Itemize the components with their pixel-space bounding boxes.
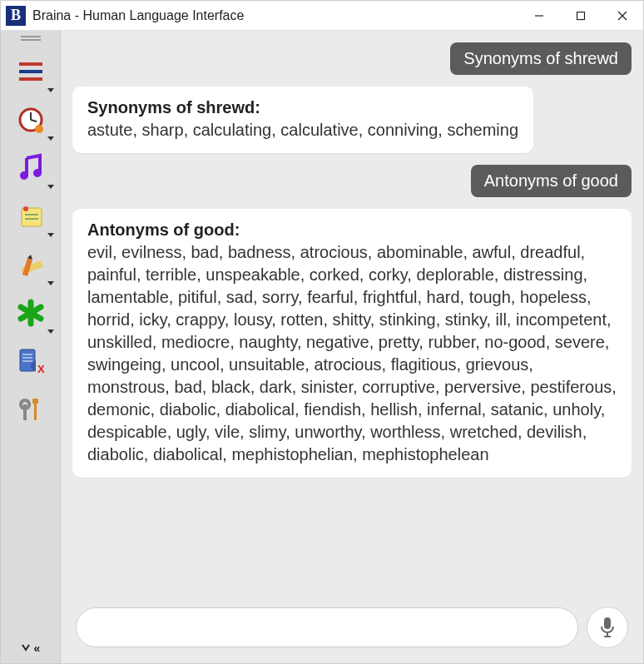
svg-rect-31	[604, 617, 611, 629]
mic-icon	[598, 616, 617, 639]
close-button[interactable]	[602, 1, 643, 31]
clock-icon	[16, 105, 46, 135]
chat-input[interactable]	[76, 607, 578, 647]
user-message: Antonyms of good	[471, 165, 632, 197]
mic-button[interactable]	[587, 607, 628, 648]
chevron-down-icon	[47, 281, 54, 285]
bot-message-heading: Synonyms of shrewd:	[87, 98, 260, 116]
pencil-ruler-icon	[16, 250, 46, 280]
chevron-down-icon	[47, 185, 54, 189]
document-mute-icon: X	[16, 346, 46, 376]
svg-point-10	[35, 125, 43, 133]
chevron-down-icon	[47, 233, 54, 237]
svg-text:X: X	[37, 363, 45, 375]
message-row: Synonyms of shrewd	[72, 42, 632, 75]
svg-rect-29	[32, 399, 38, 404]
message-row: Synonyms of shrewd: astute, sharp, calcu…	[72, 87, 632, 153]
sidebar-item-notes[interactable]	[6, 194, 56, 239]
sidebar-grip-icon	[21, 36, 41, 41]
chevron-down-icon	[47, 330, 54, 334]
svg-point-12	[33, 169, 42, 177]
chevron-down-icon	[47, 88, 54, 92]
maximize-icon	[575, 10, 587, 22]
message-row: Antonyms of good: evil, evilness, bad, b…	[72, 209, 632, 478]
titlebar: B Braina - Human Language Interface	[1, 1, 643, 31]
sidebar-item-mute[interactable]: X	[6, 339, 56, 384]
svg-rect-30	[34, 404, 37, 420]
sidebar-item-tools[interactable]	[6, 387, 56, 432]
sidebar-expand-icon[interactable]: «	[21, 642, 41, 655]
sidebar: X «	[1, 31, 61, 663]
chevron-down-icon	[47, 136, 54, 141]
sidebar-item-menu[interactable]	[6, 49, 56, 94]
hamburger-icon	[17, 60, 45, 83]
minimize-icon	[533, 10, 545, 22]
sticky-note-icon	[17, 201, 45, 231]
message-row: Antonyms of good	[72, 165, 632, 197]
app-icon: B	[6, 6, 26, 26]
input-bar	[72, 603, 632, 657]
sidebar-item-pencil[interactable]	[6, 242, 56, 287]
chat-area: Synonyms of shrewd Synonyms of shrewd: a…	[61, 31, 643, 663]
bot-message: Antonyms of good: evil, evilness, bad, b…	[72, 209, 632, 478]
sidebar-item-alarm[interactable]	[6, 97, 56, 142]
sidebar-item-music[interactable]	[6, 146, 56, 191]
sidebar-item-asterisk[interactable]	[6, 290, 56, 335]
minimize-button[interactable]	[518, 1, 560, 31]
window-title: Braina - Human Language Interface	[32, 8, 518, 23]
music-icon	[17, 153, 45, 183]
tools-icon	[16, 394, 46, 425]
bot-message-heading: Antonyms of good:	[87, 221, 240, 239]
bot-message-body: astute, sharp, calculating, calculative,…	[87, 121, 518, 139]
maximize-button[interactable]	[560, 1, 602, 31]
svg-point-16	[23, 206, 28, 211]
window-controls	[518, 1, 643, 31]
svg-rect-1	[577, 12, 585, 19]
bot-message: Synonyms of shrewd: astute, sharp, calcu…	[72, 87, 533, 153]
user-message: Synonyms of shrewd	[450, 42, 632, 75]
svg-point-11	[20, 171, 28, 180]
asterisk-icon	[17, 299, 45, 327]
bot-message-body: evil, evilness, bad, badness, atrocious,…	[87, 243, 617, 463]
close-icon	[617, 10, 628, 22]
